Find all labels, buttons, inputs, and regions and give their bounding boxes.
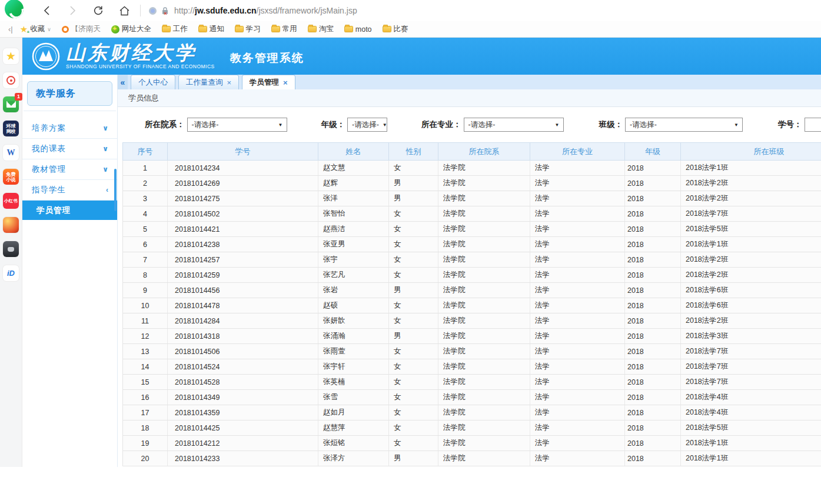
table-row[interactable]: 1920181014212张烜铭女法学院法学20182018法学1班 [123, 436, 821, 451]
table-cell: 20181014456 [168, 283, 318, 298]
table-cell: 女 [389, 268, 438, 283]
student-table-wrap: 序号 学号 姓名 性别 所在院系 所在专业 年级 所在班级 1201810142… [118, 142, 821, 466]
student-table: 序号 学号 姓名 性别 所在院系 所在专业 年级 所在班级 1201810142… [122, 142, 821, 466]
table-row[interactable]: 1620181014349张雪女法学院法学20182018法学4班 [123, 390, 821, 405]
table-row[interactable]: 220181014269赵辉男法学院法学20182018法学2班 [123, 176, 821, 191]
nav-scrollbar-thumb[interactable] [114, 169, 117, 211]
free-novel-shortcut[interactable]: 免费小说 [3, 169, 19, 185]
table-row[interactable]: 1520181014528张英楠女法学院法学20182018法学7班 [123, 375, 821, 390]
nav-item-textbook-management[interactable]: 教材管理 ∨ [22, 159, 117, 180]
xiaohongshu-shortcut[interactable]: 小红书 [3, 193, 19, 209]
table-cell: 法学院 [438, 191, 530, 206]
table-cell: 2018法学1班 [681, 451, 821, 466]
tab-student-management[interactable]: 学员管理 × [242, 75, 295, 89]
back-button[interactable] [40, 4, 53, 17]
weibo-shortcut[interactable] [3, 72, 19, 88]
department-select[interactable]: -请选择- ▼ [187, 118, 287, 132]
bookmark-folder-match[interactable]: 比赛 [383, 24, 408, 34]
insecure-lock-icon[interactable]: × [161, 6, 169, 15]
nav-subitem-student-management[interactable]: 学员管理 [22, 201, 117, 220]
table-cell: 2018法学7班 [681, 206, 821, 222]
table-row[interactable]: 2020181014233张泽方男法学院法学20182018法学1班 [123, 451, 821, 466]
table-row[interactable]: 920181014456张岩男法学院法学20182018法学6班 [123, 283, 821, 298]
table-cell: 法学院 [438, 375, 530, 390]
table-row[interactable]: 720181014257张宇女法学院法学20182018法学2班 [123, 252, 821, 268]
table-cell: 张涌瀚 [318, 329, 389, 344]
table-cell: 2018法学7班 [681, 344, 821, 359]
table-cell: 2018法学7班 [681, 375, 821, 390]
table-cell: 20181014359 [168, 405, 318, 420]
huanqiu-wangxiao-shortcut[interactable]: 环球网校 [3, 121, 19, 136]
class-select[interactable]: -请选择- ▼ [625, 118, 743, 132]
table-row[interactable]: 1220181014318张涌瀚男法学院法学20182018法学3班 [123, 329, 821, 344]
table-row[interactable]: 620181014238张亚男女法学院法学20182018法学1班 [123, 237, 821, 252]
mail-icon [6, 101, 16, 108]
bookmarks-collapse-icon[interactable]: ‹| [8, 25, 13, 34]
id-app-shortcut[interactable]: iD [3, 265, 19, 281]
bookmark-label: 网址大全 [122, 24, 151, 34]
nav-item-training-plan[interactable]: 培养方案 ∨ [22, 118, 117, 139]
word-doc-shortcut[interactable]: W [3, 145, 19, 161]
table-row[interactable]: 1820181014425赵慧萍女法学院法学20182018法学5班 [123, 420, 821, 436]
bookmark-item-jinan[interactable]: 【济南天 [62, 24, 101, 34]
table-cell: 20181014502 [168, 206, 318, 222]
table-cell: 8 [123, 268, 168, 283]
game-shortcut-2[interactable] [3, 241, 19, 257]
column-header-class: 所在班级 [681, 143, 821, 161]
bookmark-folder-common[interactable]: 常用 [271, 24, 297, 34]
table-row[interactable]: 1420181014524张宇轩女法学院法学20182018法学7班 [123, 359, 821, 375]
tab-workload-query[interactable]: 工作量查询 × [178, 75, 239, 89]
table-row[interactable]: 520181014421赵燕洁女法学院法学20182018法学5班 [123, 222, 821, 237]
table-row[interactable]: 420181014502张智怡女法学院法学20182018法学7班 [123, 206, 821, 222]
nav-item-guide-students[interactable]: 指导学生 ‹ [22, 180, 117, 201]
favorites-star-shortcut[interactable]: ★ [3, 48, 19, 64]
table-row[interactable]: 320181014275张洋男法学院法学20182018法学2班 [123, 191, 821, 206]
free-novel-icon: 免费小说 [6, 172, 16, 182]
filter-label-class: 班级： [599, 119, 623, 130]
table-cell: 16 [123, 390, 168, 405]
table-cell: 法学院 [438, 252, 530, 268]
student-id-input[interactable] [805, 118, 821, 132]
nav-panel: 教学服务 培养方案 ∨ 我的课表 ∨ 教材管理 ∨ 指导学生 ‹ [22, 75, 118, 467]
mail-shortcut[interactable]: 1 [3, 96, 19, 112]
folder-icon [308, 26, 317, 32]
table-row[interactable]: 820181014259张艺凡女法学院法学20182018法学2班 [123, 268, 821, 283]
forward-button[interactable] [66, 4, 79, 17]
table-cell: 赵如月 [318, 405, 389, 420]
system-title: 教务管理系统 [230, 51, 304, 66]
url-scheme: http:// [174, 6, 195, 15]
table-cell: 2018法学1班 [681, 436, 821, 451]
address-bar[interactable]: × http://jw.sdufe.edu.cn/jsxsd/framework… [149, 6, 357, 15]
site-info-icon[interactable] [149, 7, 157, 15]
tab-personal-center[interactable]: 个人中心 [131, 75, 175, 89]
bookmark-folder-study[interactable]: 学习 [235, 24, 261, 34]
table-cell: 2018法学2班 [681, 313, 821, 329]
bookmark-folder-taobao[interactable]: 淘宝 [308, 24, 334, 34]
browser-logo-icon[interactable] [5, 0, 24, 18]
table-cell: 2018法学2班 [681, 191, 821, 206]
table-cell: 张雪 [318, 390, 389, 405]
game-shortcut-1[interactable] [3, 217, 19, 233]
major-select[interactable]: -请选择- ▼ [464, 118, 564, 132]
home-button[interactable] [118, 4, 131, 17]
table-row[interactable]: 120181014234赵文慧女法学院法学20182018法学1班 [123, 161, 821, 176]
table-cell: 2018 [625, 191, 681, 206]
table-row[interactable]: 1320181014506张雨萱女法学院法学20182018法学7班 [123, 344, 821, 359]
bookmark-folder-notice[interactable]: 通知 [198, 24, 224, 34]
nav-item-my-timetable[interactable]: 我的课表 ∨ [22, 139, 117, 159]
table-row[interactable]: 1720181014359赵如月女法学院法学20182018法学4班 [123, 405, 821, 420]
refresh-button[interactable] [92, 4, 105, 17]
tab-close-icon[interactable]: × [227, 79, 232, 86]
table-cell: 20181014212 [168, 436, 318, 451]
bookmark-item-nav-collection[interactable]: 网址大全 [111, 24, 151, 34]
nav-header-teaching-services[interactable]: 教学服务 [27, 81, 112, 106]
table-row[interactable]: 1120181014284张妍歆女法学院法学20182018法学2班 [123, 313, 821, 329]
tab-close-icon[interactable]: × [283, 79, 288, 86]
grade-select[interactable]: -请选择- ▼ [347, 118, 387, 132]
url-text[interactable]: http://jw.sdufe.edu.cn/jsxsd/framework/j… [174, 6, 357, 15]
bookmark-folder-moto[interactable]: moto [344, 25, 372, 34]
table-row[interactable]: 1020181014478赵硕女法学院法学20182018法学6班 [123, 298, 821, 313]
collapse-sidebar-icon[interactable]: « [118, 75, 128, 89]
bookmark-folder-work[interactable]: 工作 [162, 24, 188, 34]
favorites-menu[interactable]: ★ 收藏 ∨ [20, 24, 51, 34]
